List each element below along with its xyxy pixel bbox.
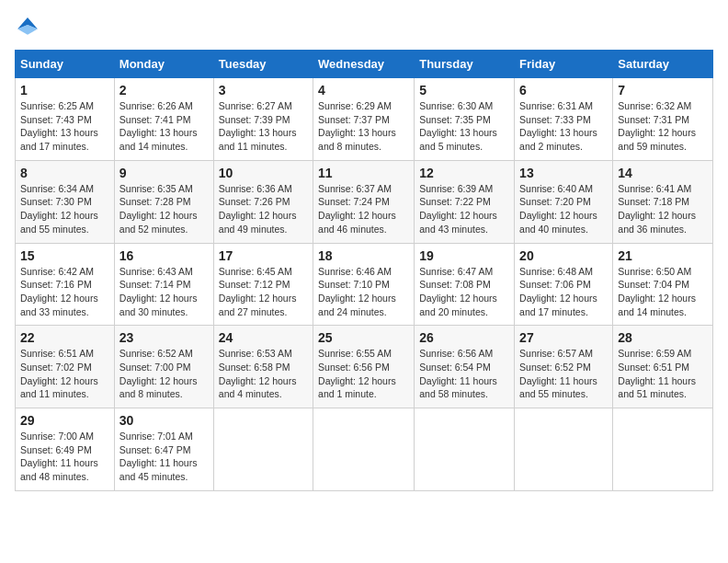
day-info: Sunrise: 6:40 AMSunset: 7:20 PMDaylight:… (519, 182, 608, 236)
day-info: Sunrise: 6:53 AMSunset: 6:58 PMDaylight:… (219, 347, 308, 401)
day-info: Sunrise: 6:34 AMSunset: 7:30 PMDaylight:… (20, 182, 109, 236)
day-info: Sunrise: 6:48 AMSunset: 7:06 PMDaylight:… (519, 265, 608, 319)
day-cell-16: 16Sunrise: 6:43 AMSunset: 7:14 PMDayligh… (114, 243, 213, 326)
day-number: 27 (519, 330, 608, 345)
day-cell-6: 6Sunrise: 6:31 AMSunset: 7:33 PMDaylight… (515, 78, 613, 161)
weekday-header-monday: Monday (114, 51, 213, 78)
day-number: 12 (419, 166, 509, 180)
day-info: Sunrise: 6:27 AMSunset: 7:39 PMDaylight:… (219, 99, 308, 154)
calendar-week-3: 15Sunrise: 6:42 AMSunset: 7:16 PMDayligh… (16, 243, 713, 326)
day-info: Sunrise: 6:26 AMSunset: 7:41 PMDaylight:… (119, 99, 209, 154)
calendar-week-4: 22Sunrise: 6:51 AMSunset: 7:02 PMDayligh… (16, 326, 713, 408)
day-number: 6 (519, 83, 608, 98)
calendar-week-5: 29Sunrise: 7:00 AMSunset: 6:49 PMDayligh… (16, 408, 713, 491)
day-number: 1 (20, 83, 109, 98)
day-info: Sunrise: 6:35 AMSunset: 7:28 PMDaylight:… (119, 182, 209, 236)
day-info: Sunrise: 6:31 AMSunset: 7:33 PMDaylight:… (519, 99, 608, 154)
day-cell-5: 5Sunrise: 6:30 AMSunset: 7:35 PMDaylight… (415, 78, 515, 161)
empty-cell (515, 408, 613, 491)
day-number: 23 (119, 330, 209, 345)
weekday-header-sunday: Sunday (16, 51, 115, 78)
day-cell-21: 21Sunrise: 6:50 AMSunset: 7:04 PMDayligh… (613, 243, 713, 326)
page-header (15, 15, 713, 40)
day-cell-27: 27Sunrise: 6:57 AMSunset: 6:52 PMDayligh… (515, 326, 613, 408)
day-cell-9: 9Sunrise: 6:35 AMSunset: 7:28 PMDaylight… (114, 160, 213, 243)
day-info: Sunrise: 6:32 AMSunset: 7:31 PMDaylight:… (618, 99, 708, 154)
day-number: 11 (318, 166, 409, 180)
empty-cell (213, 408, 313, 491)
day-info: Sunrise: 6:52 AMSunset: 7:00 PMDaylight:… (119, 347, 209, 401)
day-cell-2: 2Sunrise: 6:26 AMSunset: 7:41 PMDaylight… (114, 78, 213, 161)
day-cell-26: 26Sunrise: 6:56 AMSunset: 6:54 PMDayligh… (415, 326, 515, 408)
day-number: 2 (119, 83, 209, 98)
day-info: Sunrise: 6:59 AMSunset: 6:51 PMDaylight:… (618, 347, 708, 401)
day-number: 28 (618, 330, 708, 345)
day-info: Sunrise: 6:43 AMSunset: 7:14 PMDaylight:… (119, 265, 209, 319)
day-number: 25 (318, 330, 409, 345)
day-info: Sunrise: 6:41 AMSunset: 7:18 PMDaylight:… (618, 182, 708, 236)
logo (15, 15, 44, 40)
empty-cell (415, 408, 515, 491)
day-info: Sunrise: 6:30 AMSunset: 7:35 PMDaylight:… (419, 99, 509, 154)
day-number: 24 (219, 330, 308, 345)
weekday-header-thursday: Thursday (415, 51, 515, 78)
day-info: Sunrise: 7:01 AMSunset: 6:47 PMDaylight:… (119, 430, 209, 484)
day-cell-15: 15Sunrise: 6:42 AMSunset: 7:16 PMDayligh… (16, 243, 115, 326)
day-cell-14: 14Sunrise: 6:41 AMSunset: 7:18 PMDayligh… (613, 160, 713, 243)
weekday-header-wednesday: Wednesday (313, 51, 415, 78)
day-cell-20: 20Sunrise: 6:48 AMSunset: 7:06 PMDayligh… (515, 243, 613, 326)
calendar-table: SundayMondayTuesdayWednesdayThursdayFrid… (15, 50, 713, 491)
day-info: Sunrise: 6:39 AMSunset: 7:22 PMDaylight:… (419, 182, 509, 236)
day-number: 14 (618, 166, 708, 180)
day-number: 19 (419, 248, 509, 263)
day-cell-4: 4Sunrise: 6:29 AMSunset: 7:37 PMDaylight… (313, 78, 415, 161)
day-cell-8: 8Sunrise: 6:34 AMSunset: 7:30 PMDaylight… (16, 160, 115, 243)
day-cell-11: 11Sunrise: 6:37 AMSunset: 7:24 PMDayligh… (313, 160, 415, 243)
day-info: Sunrise: 7:00 AMSunset: 6:49 PMDaylight:… (20, 430, 109, 484)
weekday-header-row: SundayMondayTuesdayWednesdayThursdayFrid… (16, 51, 713, 78)
weekday-header-tuesday: Tuesday (213, 51, 313, 78)
day-number: 10 (219, 166, 308, 180)
day-info: Sunrise: 6:56 AMSunset: 6:54 PMDaylight:… (419, 347, 509, 401)
day-info: Sunrise: 6:36 AMSunset: 7:26 PMDaylight:… (219, 182, 308, 236)
day-cell-1: 1Sunrise: 6:25 AMSunset: 7:43 PMDaylight… (16, 78, 115, 161)
day-cell-12: 12Sunrise: 6:39 AMSunset: 7:22 PMDayligh… (415, 160, 515, 243)
day-number: 9 (119, 166, 209, 180)
day-number: 30 (119, 413, 209, 428)
day-cell-24: 24Sunrise: 6:53 AMSunset: 6:58 PMDayligh… (213, 326, 313, 408)
day-info: Sunrise: 6:46 AMSunset: 7:10 PMDaylight:… (318, 265, 409, 319)
day-info: Sunrise: 6:57 AMSunset: 6:52 PMDaylight:… (519, 347, 608, 401)
day-info: Sunrise: 6:50 AMSunset: 7:04 PMDaylight:… (618, 265, 708, 319)
empty-cell (613, 408, 713, 491)
day-cell-7: 7Sunrise: 6:32 AMSunset: 7:31 PMDaylight… (613, 78, 713, 161)
weekday-header-saturday: Saturday (613, 51, 713, 78)
day-number: 7 (618, 83, 708, 98)
day-info: Sunrise: 6:37 AMSunset: 7:24 PMDaylight:… (318, 182, 409, 236)
logo-icon (15, 15, 40, 40)
day-cell-18: 18Sunrise: 6:46 AMSunset: 7:10 PMDayligh… (313, 243, 415, 326)
day-number: 29 (20, 413, 109, 428)
day-cell-17: 17Sunrise: 6:45 AMSunset: 7:12 PMDayligh… (213, 243, 313, 326)
day-number: 18 (318, 248, 409, 263)
day-cell-30: 30Sunrise: 7:01 AMSunset: 6:47 PMDayligh… (114, 408, 213, 491)
calendar-week-1: 1Sunrise: 6:25 AMSunset: 7:43 PMDaylight… (16, 78, 713, 161)
day-cell-19: 19Sunrise: 6:47 AMSunset: 7:08 PMDayligh… (415, 243, 515, 326)
day-cell-29: 29Sunrise: 7:00 AMSunset: 6:49 PMDayligh… (16, 408, 115, 491)
day-info: Sunrise: 6:29 AMSunset: 7:37 PMDaylight:… (318, 99, 409, 154)
day-number: 5 (419, 83, 509, 98)
day-number: 17 (219, 248, 308, 263)
day-info: Sunrise: 6:45 AMSunset: 7:12 PMDaylight:… (219, 265, 308, 319)
day-cell-3: 3Sunrise: 6:27 AMSunset: 7:39 PMDaylight… (213, 78, 313, 161)
day-info: Sunrise: 6:47 AMSunset: 7:08 PMDaylight:… (419, 265, 509, 319)
day-number: 8 (20, 166, 109, 180)
day-number: 15 (20, 248, 109, 263)
day-number: 22 (20, 330, 109, 345)
day-number: 13 (519, 166, 608, 180)
calendar-week-2: 8Sunrise: 6:34 AMSunset: 7:30 PMDaylight… (16, 160, 713, 243)
empty-cell (313, 408, 415, 491)
day-info: Sunrise: 6:51 AMSunset: 7:02 PMDaylight:… (20, 347, 109, 401)
weekday-header-friday: Friday (515, 51, 613, 78)
day-cell-10: 10Sunrise: 6:36 AMSunset: 7:26 PMDayligh… (213, 160, 313, 243)
day-info: Sunrise: 6:55 AMSunset: 6:56 PMDaylight:… (318, 347, 409, 401)
day-number: 26 (419, 330, 509, 345)
